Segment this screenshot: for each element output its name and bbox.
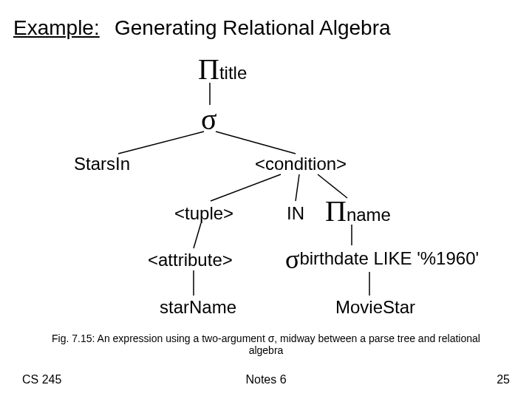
footer-mid: Notes 6 (0, 373, 532, 386)
slide: Example: Generating Relational Algebra Π… (0, 0, 532, 399)
sigma-bd-op: σ (285, 245, 299, 274)
node-sigma-bd: σbirthdate LIKE '%1960' (285, 244, 479, 275)
node-sigma: σ (201, 102, 217, 137)
svg-line-1 (118, 132, 204, 154)
figure-caption: Fig. 7.15: An expression using a two-arg… (44, 332, 488, 356)
node-moviestar: MovieStar (335, 297, 415, 318)
node-pi-name: Πname (325, 194, 391, 228)
node-starname: starName (160, 297, 236, 318)
svg-line-6 (194, 223, 201, 248)
sigma-bd-sub: birthdate LIKE '%1960' (299, 248, 479, 268)
svg-line-4 (296, 174, 299, 201)
node-tuple: <tuple> (174, 203, 233, 224)
node-starsin: StarsIn (74, 154, 130, 174)
node-in: IN (287, 203, 304, 224)
svg-line-2 (216, 132, 296, 154)
pi-title-sub: title (219, 63, 247, 83)
pi-name-sub: name (347, 205, 391, 225)
title-rest: Generating Relational Algebra (115, 16, 391, 40)
node-condition: <condition> (255, 154, 347, 174)
node-attribute: <attribute> (148, 250, 233, 270)
pi-op: Π (198, 52, 219, 86)
svg-line-3 (211, 174, 281, 201)
pi-name-op: Π (325, 194, 347, 228)
footer-right: 25 (497, 373, 510, 386)
node-pi-title: Πtitle (198, 52, 247, 86)
title-prefix: Example: (13, 16, 100, 40)
